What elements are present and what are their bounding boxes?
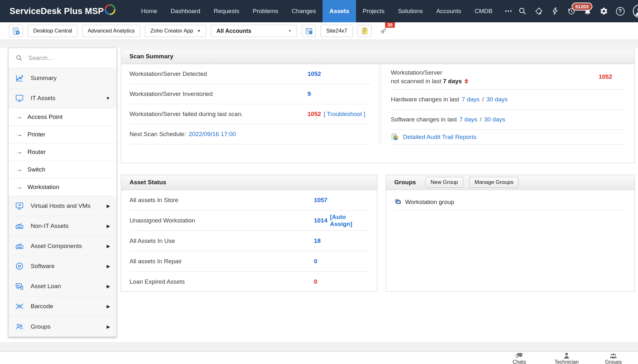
groups-button[interactable]: Groups (605, 353, 622, 364)
sidebar-item-barcode[interactable]: Barcode ▶ (9, 296, 116, 317)
chevron-down-icon: ▼ (197, 29, 201, 33)
auto-assign-link[interactable]: [Auto Assign] (330, 214, 369, 228)
add-request-icon[interactable] (535, 7, 543, 15)
accounts-filter-dropdown[interactable]: All Accounts ▼ (211, 25, 297, 37)
panel-title: Asset Status (130, 179, 166, 186)
sidebar-item-label: Groups (31, 323, 50, 330)
nav-item-problems[interactable]: Problems (246, 0, 285, 22)
chevron-down-icon: ▼ (106, 96, 110, 101)
scan-schedule-button[interactable] (302, 25, 316, 37)
tasks-clipboard-button[interactable] (358, 25, 372, 37)
sidebar-item-software[interactable]: Software ▶ (9, 256, 116, 276)
group-name: Workstation group (405, 199, 454, 206)
nav-item-home[interactable]: Home (134, 0, 164, 22)
troubleshoot-link[interactable]: [ Troubleshoot ] (323, 111, 365, 118)
history-icon[interactable]: 51203 (567, 7, 575, 15)
sidebar-item-virtual-hosts[interactable]: Virtual Hosts and VMs ▶ (9, 196, 116, 216)
sidebar-item-asset-loan[interactable]: Asset Loan ▶ (9, 276, 116, 296)
chevron-right-icon: ▶ (107, 284, 110, 289)
software-30days-link[interactable]: 30 days (484, 116, 505, 123)
inventoried-value[interactable]: 9 (308, 91, 311, 98)
sort-arrows-icon[interactable] (464, 79, 468, 84)
sidebar-item-label: IT Assets (31, 95, 56, 102)
sidebar-item-summary[interactable]: Summary (9, 68, 116, 88)
line-chart-icon (15, 74, 25, 83)
groups-panel: Groups New Group Manage Groups Workstati… (386, 175, 635, 292)
technician-button[interactable]: Technician (554, 353, 579, 364)
sidebar-item-label: Non-IT Assets (31, 222, 69, 229)
nav-item-changes[interactable]: Changes (285, 0, 323, 22)
not-scanned-period[interactable]: 7 days (443, 78, 462, 84)
arrow-right-icon: → (16, 166, 22, 173)
site24x7-button[interactable]: Site24x7 (321, 25, 352, 37)
audit-trail-reports-link[interactable]: Detailed Audit Trail Reports (403, 134, 476, 141)
nav-more-menu[interactable]: ••• (499, 0, 518, 22)
in-repair-value[interactable]: 0 (314, 258, 317, 265)
announcements-button[interactable]: 35 (376, 25, 390, 37)
sidebar-search-input[interactable] (28, 55, 102, 62)
groups-panel-header: Groups New Group Manage Groups (386, 175, 634, 190)
asset-loan-icon (15, 282, 25, 291)
user-avatar[interactable] (633, 4, 638, 18)
not-scanned-line2: not scanned in last (391, 78, 441, 84)
announcements-count-badge: 35 (385, 22, 395, 28)
chevron-down-icon: ▼ (288, 29, 292, 33)
main-menu: Home Dashboard Requests Problems Changes… (134, 0, 518, 22)
hardware-30days-link[interactable]: 30 days (486, 96, 508, 103)
arrow-right-icon: → (16, 113, 22, 120)
not-scanned-value[interactable]: 1052 (599, 73, 612, 80)
search-icon[interactable] (518, 7, 527, 15)
add-document-button[interactable] (9, 25, 23, 37)
row-label: Workstation/Server Inventoried (130, 91, 308, 98)
sidebar-item-switch[interactable]: → Switch (9, 161, 116, 178)
software-7days-link[interactable]: 7 days (459, 116, 477, 123)
sidebar-item-printer[interactable]: → Printer (9, 126, 116, 143)
zoho-creator-dropdown[interactable]: Zoho Creator App ▼ (145, 25, 206, 37)
advanced-analytics-button[interactable]: Advanced Analytics (82, 25, 140, 37)
desktop-central-label: Desktop Central (33, 28, 72, 34)
pie-report-icon (391, 133, 399, 141)
sidebar-search (9, 48, 116, 68)
app-logo: ServiceDesk Plus MSP (10, 0, 116, 22)
quick-actions-icon[interactable] (551, 7, 559, 15)
nav-item-accounts[interactable]: Accounts (430, 0, 468, 22)
manage-groups-label: Manage Groups (475, 179, 514, 186)
next-scan-datetime-link[interactable]: 2022/09/16 17:00 (189, 131, 236, 138)
manage-groups-button[interactable]: Manage Groups (470, 177, 519, 188)
in-store-value[interactable]: 1057 (314, 197, 327, 204)
group-list-item[interactable]: Workstation group (394, 198, 626, 210)
sidebar-item-router[interactable]: → Router (9, 143, 116, 161)
sidebar-item-label: Switch (27, 166, 45, 173)
new-group-button[interactable]: New Group (426, 177, 463, 188)
loan-expired-value[interactable]: 0 (314, 278, 317, 285)
failed-value[interactable]: 1052 (308, 111, 321, 118)
settings-gear-icon[interactable] (600, 7, 608, 15)
app-logo-text: ServiceDesk Plus MSP (10, 6, 104, 16)
sidebar-item-groups[interactable]: Groups ▶ (9, 317, 116, 337)
nav-item-solutions[interactable]: Solutions (391, 0, 429, 22)
nav-item-projects[interactable]: Projects (356, 0, 391, 22)
scan-row-next-schedule: Next Scan Schedule: 2022/09/16 17:00 (130, 124, 371, 144)
row-label: All Assets In Use (130, 237, 314, 244)
collaboration-statusbar: Chats Technician Groups (0, 352, 638, 364)
nav-item-cmdb[interactable]: CMDB (468, 0, 499, 22)
nav-item-requests[interactable]: Requests (207, 0, 246, 22)
people-icon (15, 322, 25, 331)
in-use-value[interactable]: 18 (314, 237, 321, 244)
sidebar-item-it-assets[interactable]: IT Assets ▼ (9, 88, 116, 108)
sidebar-item-workstation[interactable]: → Workstation (9, 178, 116, 196)
sidebar-item-label: Asset Components (31, 243, 82, 250)
hardware-7days-link[interactable]: 7 days (462, 96, 479, 103)
nav-item-assets[interactable]: Assets (323, 0, 356, 22)
sidebar-item-asset-components[interactable]: Asset Components ▶ (9, 236, 116, 256)
period-separator: / (480, 116, 481, 123)
bottom-strip (0, 342, 638, 352)
nav-item-dashboard[interactable]: Dashboard (164, 0, 207, 22)
sidebar-item-non-it-assets[interactable]: Non-IT Assets ▶ (9, 216, 116, 236)
detected-value[interactable]: 1052 (308, 70, 321, 77)
chats-button[interactable]: Chats (513, 353, 526, 364)
help-icon[interactable]: ? (616, 7, 625, 16)
sidebar-item-access-point[interactable]: → Access Point (9, 108, 116, 126)
unassigned-value[interactable]: 1014 (314, 217, 327, 224)
desktop-central-button[interactable]: Desktop Central (28, 25, 78, 37)
